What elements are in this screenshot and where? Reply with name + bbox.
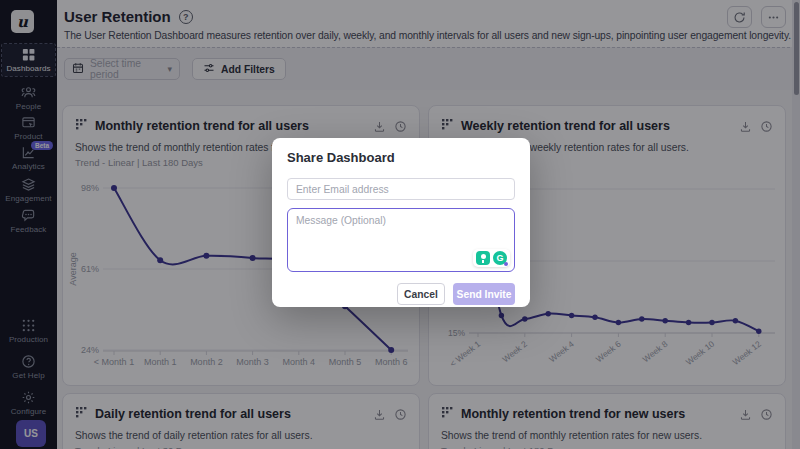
grammarly-logo-icon[interactable]: G xyxy=(493,251,507,265)
grammarly-widget: G xyxy=(473,249,510,267)
share-dashboard-modal: Share Dashboard G Cancel Send Invite xyxy=(272,138,530,307)
email-input[interactable] xyxy=(287,178,515,200)
send-invite-button[interactable]: Send Invite xyxy=(453,283,515,305)
cancel-button[interactable]: Cancel xyxy=(397,283,445,305)
modal-title: Share Dashboard xyxy=(287,150,515,165)
grammarly-suggestion-icon[interactable] xyxy=(476,251,490,265)
